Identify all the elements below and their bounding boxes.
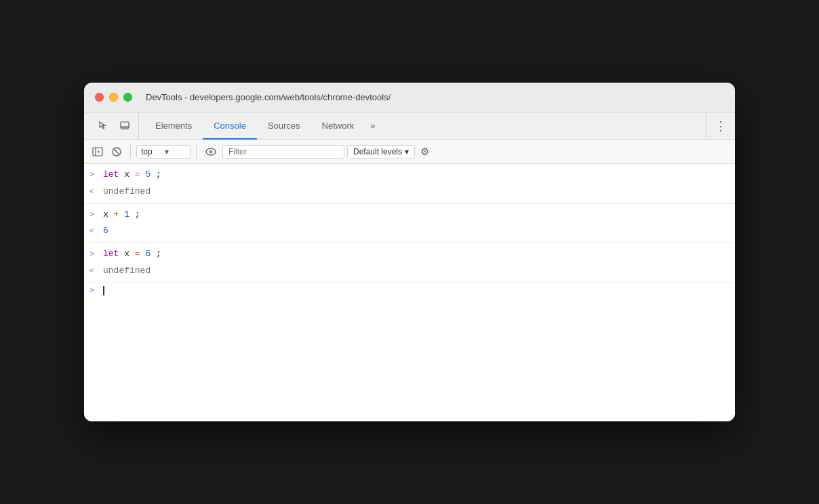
traffic-lights: [95, 93, 132, 102]
console-active-input[interactable]: >: [84, 283, 735, 298]
drawer-icon-button[interactable]: [117, 118, 133, 134]
toolbar-separator-2: [196, 145, 197, 159]
console-output-3: < undefined: [84, 263, 735, 280]
output-arrow-2: <: [89, 226, 98, 238]
tab-network[interactable]: Network: [311, 113, 365, 140]
tabbar-left-icons: [89, 112, 139, 139]
minimize-button[interactable]: [109, 93, 118, 102]
console-entry-1: > let x = 5 ; < undefined: [84, 164, 735, 204]
svg-line-7: [114, 149, 119, 154]
eye-icon-button[interactable]: [202, 144, 220, 160]
console-entry-2: > x + 1 ; < 6: [84, 204, 735, 244]
output-arrow-3: <: [89, 266, 98, 278]
default-levels-button[interactable]: Default levels ▾: [347, 145, 415, 159]
sidebar-toggle-button[interactable]: [89, 144, 106, 160]
kebab-menu-button[interactable]: ⋮: [712, 116, 730, 136]
input-arrow-3: >: [89, 249, 98, 261]
console-entry-3: > let x = 6 ; < undefined: [84, 243, 735, 283]
console-input-2: > x + 1 ;: [84, 207, 735, 224]
console-content: > let x = 5 ; < undefined > x +: [84, 164, 735, 421]
output-text-3: undefined: [103, 264, 151, 278]
tab-overflow-button[interactable]: »: [365, 112, 380, 139]
filter-input[interactable]: [222, 145, 344, 159]
devtools-window: DevTools - developers.google.com/web/too…: [84, 83, 735, 421]
input-arrow-2: >: [89, 209, 98, 222]
console-code-3: let x = 6 ;: [103, 247, 730, 261]
output-text-2: 6: [103, 224, 108, 238]
inspect-icon-button[interactable]: [95, 118, 111, 134]
close-button[interactable]: [95, 93, 104, 102]
console-input-3: > let x = 6 ;: [84, 246, 735, 263]
svg-marker-5: [98, 150, 100, 153]
cursor: [103, 286, 104, 295]
maximize-button[interactable]: [123, 93, 132, 102]
console-code-1: let x = 5 ;: [103, 168, 730, 182]
console-output-1: < undefined: [84, 184, 735, 201]
settings-button[interactable]: ⚙: [418, 143, 432, 161]
svg-rect-1: [121, 127, 129, 130]
console-code-2: x + 1 ;: [103, 208, 730, 222]
tabs: Elements Console Sources Network »: [144, 112, 706, 139]
toolbar-separator-1: [130, 145, 131, 159]
tab-console[interactable]: Console: [203, 113, 257, 140]
tabbar-right-icons: ⋮: [706, 112, 730, 139]
tabbar: Elements Console Sources Network » ⋮: [84, 112, 735, 140]
clear-console-button[interactable]: [108, 144, 125, 160]
tab-sources[interactable]: Sources: [257, 113, 311, 140]
titlebar: DevTools - developers.google.com/web/too…: [84, 83, 735, 112]
output-text-1: undefined: [103, 185, 151, 199]
console-output-2: < 6: [84, 223, 735, 240]
window-title: DevTools - developers.google.com/web/too…: [146, 92, 391, 102]
svg-point-9: [209, 150, 213, 153]
input-arrow-1: >: [89, 169, 98, 182]
output-arrow-1: <: [89, 186, 98, 198]
console-toolbar: top ▾ Default levels ▾ ⚙: [84, 140, 735, 164]
console-input-1: > let x = 5 ;: [84, 167, 735, 184]
context-selector[interactable]: top ▾: [136, 145, 191, 159]
tab-elements[interactable]: Elements: [144, 113, 203, 140]
active-input-arrow: >: [89, 287, 98, 295]
